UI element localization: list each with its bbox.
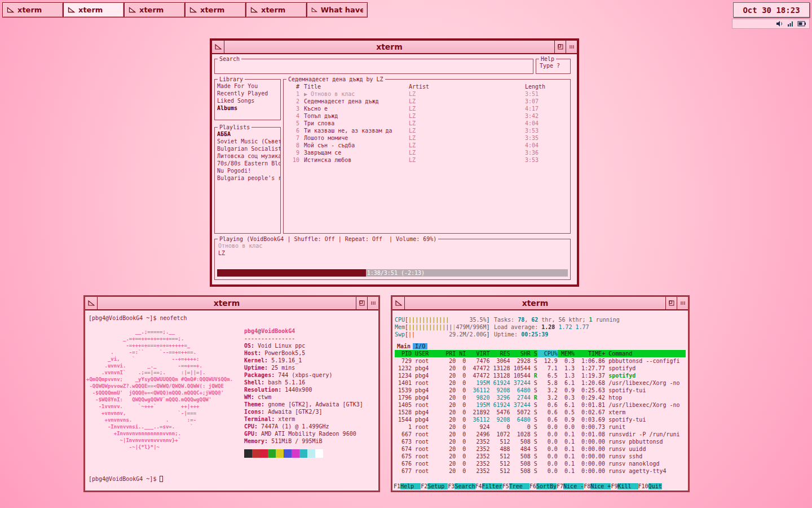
taskbar-button-1[interactable]: xterm [63,2,124,17]
htop-column-header-10[interactable]: TIME+ [575,350,605,357]
process-row-674[interactable]: 674root2002352488484S0.00.10:00.00runsv … [395,445,686,453]
track-row-2[interactable]: 2Седемнадесет дена дъждLZ3:07 [284,98,570,105]
htop-meter-0: CPU[|||||||||||| 35.5%]Tasks: 78, 62 thr… [395,316,686,323]
track-row-4[interactable]: 4Топъл дъждLZ3:42 [284,112,570,120]
maximize-button[interactable] [554,41,566,53]
htop-column-header-9[interactable]: MEM% [558,350,575,357]
process-row-676[interactable]: 676root2002352512508S0.00.10:00.00runsv … [395,460,686,467]
fkey-F7[interactable]: F7Nice - [557,483,584,490]
track-row-9[interactable]: 9Завръщам сеLZ3:36 [284,149,570,156]
process-cell-c-mem: 0.9 [558,387,575,394]
process-cell-c-cmd: runsv pbbuttonsd [605,438,686,445]
iconify-button[interactable] [392,297,405,309]
htop-tab-0[interactable]: Main [395,343,413,349]
process-row-1796[interactable]: 1796pbg4200982032962744R3.20.30:29.42hto… [395,394,686,401]
fkey-F3[interactable]: F3Search [448,483,475,490]
fkey-F8[interactable]: F8Nice + [584,483,611,490]
track-row-3[interactable]: 3Късно еLZ4:17 [284,105,570,112]
process-row-673[interactable]: 673root2002352512508S0.00.10:00.00runsv … [395,438,686,445]
neofetch-info-row-1: Host: PowerBook5,5 [244,349,363,357]
library-panel-label: Library [218,76,245,83]
neofetch-info-label: Resolution: [244,387,281,393]
process-cell-c-virt: 2352 [466,438,489,445]
htop-column-header-3[interactable]: NI [456,350,466,357]
fkey-F10[interactable]: F10Quit [638,483,662,490]
playlist-item-1[interactable]: Soviet Music (Съвет [215,138,280,145]
maximize-button[interactable] [665,297,677,309]
htop-column-header-1[interactable]: USER [412,350,442,357]
playlist-item-6[interactable]: Bulgaria people's r [215,174,280,182]
playlist-item-3[interactable]: Литовска соц музика [215,152,280,160]
track-row-10[interactable]: 10Истинска любовLZ3:53 [284,156,570,164]
fkey-F9[interactable]: F9Kill [611,483,638,490]
playlist-item-2[interactable]: Bulgarian Socialist [215,145,280,152]
iconify-button[interactable] [212,41,224,53]
iconify-button[interactable] [85,297,98,309]
taskbar-button-5[interactable]: What have y [307,2,368,17]
htop-tab-1[interactable]: I/O [413,343,427,349]
process-cell-c-pri: 20 [442,372,456,379]
resize-button[interactable] [677,297,688,309]
taskbar-button-4[interactable]: xterm [246,2,307,17]
playlist-item-5[interactable]: Nu Pogodi! [215,167,280,174]
search-box[interactable]: Search [214,59,533,74]
process-row-1234[interactable]: 1234pbg4200474721312810544R6.51.31:19.37… [395,372,686,379]
resize-button[interactable] [566,41,577,53]
signal-bars-icon[interactable] [787,20,794,27]
track-row-8[interactable]: 8Мой сън - съдбаLZ4:04 [284,142,570,149]
process-row-1539[interactable]: 1539pbg42003611292086480S3.20.90:25.63sp… [395,387,686,394]
resize-button[interactable] [367,297,378,309]
htop-titlebar[interactable]: xterm [392,297,688,310]
taskbar-button-0[interactable]: xterm [2,2,63,17]
htop-column-header-2[interactable]: PRI [442,350,456,357]
process-cell-c-pid: 674 [395,445,412,453]
htop-column-header-5[interactable]: RES [490,350,510,357]
fkey-label: F9 [611,483,617,489]
process-row-667[interactable]: 667root200249610721028S0.00.10:01.08runs… [395,431,686,438]
fkey-F2[interactable]: F2Setup [421,483,448,490]
track-title: ▶ Отново в клас [304,90,409,98]
taskbar-button-2[interactable]: xterm [124,2,185,17]
htop-column-header-6[interactable]: SHR [510,350,531,357]
process-row-1[interactable]: 1root20092400S0.00.00:00.73runit [395,423,686,431]
track-row-1[interactable]: 1▶ Отново в класLZ3:51 [284,90,570,98]
playlist-item-0[interactable]: АББА [215,130,280,138]
process-row-1528[interactable]: 1528pbg42002189254765072S0.60.50:02.67xt… [395,409,686,416]
maximize-button[interactable] [356,297,367,309]
progress-bar[interactable]: 1:38/3:51 (-2:13) [217,269,568,277]
htop-column-header-0[interactable]: PID [395,350,412,357]
library-item-0[interactable]: Made For You [215,82,280,90]
track-row-7[interactable]: 7Лошото момичеLZ3:35 [284,134,570,142]
htop-column-header-8[interactable]: CPU% [537,350,558,357]
neofetch-info-value: 511MiB / 995MiB [268,438,322,444]
neofetch-terminal[interactable]: [pbg4@VoidBookG4 ~]$neofetch __.;=====;.… [85,310,378,491]
process-cell-c-user: root [412,445,442,453]
track-row-5[interactable]: 5Три словаLZ4:04 [284,120,570,127]
library-item-1[interactable]: Recently Played [215,90,280,97]
battery-icon[interactable] [797,21,806,27]
process-row-677[interactable]: 677root2002352512508S0.00.10:00.00runsv … [395,467,686,475]
process-row-1544[interactable]: 1544pbg42003611292086480S0.60.90:03.69sp… [395,416,686,423]
neofetch-info-row-12: GPU: AMD ATI Mobility Radeon 9600 [244,430,363,437]
process-cell-c-virt: 7476 [466,357,489,365]
taskbar-button-3[interactable]: xterm [185,2,246,17]
library-item-2[interactable]: Liked Songs [215,97,280,104]
htop-column-header-4[interactable]: VIRT [466,350,489,357]
process-row-675[interactable]: 675root2002352512508S0.00.10:00.00runsv … [395,453,686,460]
playlist-item-4[interactable]: 70s/80s Eastern Blo [215,160,280,167]
track-row-6[interactable]: 6Ти казваш не, аз казвам даLZ3:53 [284,127,570,134]
fkey-F4[interactable]: F4Filter [475,483,502,490]
htop-column-header-7[interactable]: S [531,350,537,357]
process-row-1401[interactable]: 1401root200195M6192437244S5.86.11:20.68/… [395,379,686,387]
speaker-icon[interactable] [776,20,784,27]
process-row-1405[interactable]: 1405root200195M6192437244S0.66.10:01.81/… [395,401,686,409]
process-row-1232[interactable]: 1232pbg4200474721312810544S7.11.31:27.77… [395,365,686,372]
player-titlebar[interactable]: xterm [212,41,577,54]
fkey-F1[interactable]: F1Help [394,483,421,490]
neofetch-titlebar[interactable]: xterm [85,297,378,310]
fkey-F5[interactable]: F5Tree [502,483,529,490]
library-item-3[interactable]: Albums [215,104,280,112]
htop-column-header-11[interactable]: Command [605,350,686,357]
process-row-729[interactable]: 729root200747630642928S12.90.31:06.86pbb… [395,357,686,365]
fkey-F6[interactable]: F6SortBy [529,483,557,490]
